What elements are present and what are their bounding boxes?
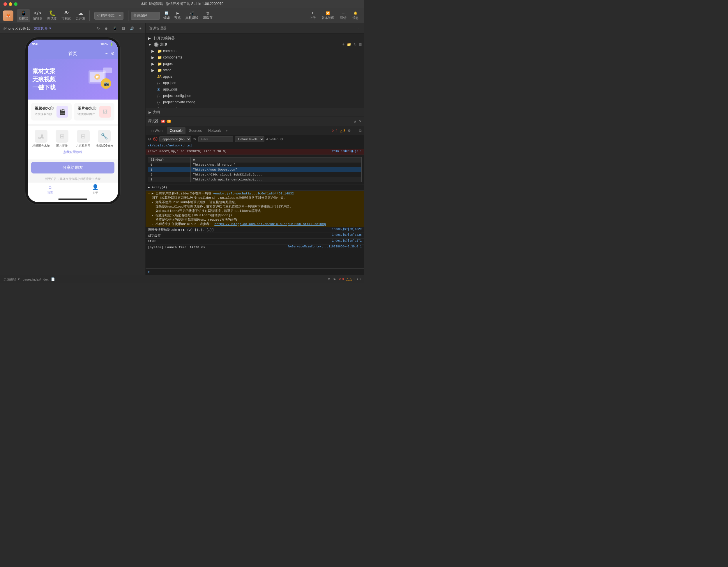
sitemap-file[interactable]: {} sitemap.json: [146, 105, 364, 108]
minimize-button[interactable]: [9, 2, 12, 6]
real-debug-btn[interactable]: 📲 真机调试: [185, 11, 198, 20]
components-folder[interactable]: ▶ 📁 components: [146, 54, 364, 61]
add-file-icon[interactable]: +: [342, 43, 344, 47]
tool-item-md5[interactable]: 🔧 视频MD5修改: [94, 130, 114, 148]
console-true-right[interactable]: index.js?[sm]:271: [332, 239, 362, 243]
mode-dropdown[interactable]: 小程序模式 ▼: [94, 12, 123, 20]
tab-home[interactable]: ⌂ 首页: [28, 184, 73, 195]
phone-share-btn[interactable]: 分享给朋友: [31, 162, 114, 174]
window-controls[interactable]: [3, 2, 17, 6]
detail-btn[interactable]: ☰ 详情: [338, 11, 349, 21]
no-entry-icon[interactable]: ⊘: [148, 137, 151, 141]
phone-icon[interactable]: 📱: [113, 27, 117, 31]
refresh-tree-icon[interactable]: ↻: [354, 43, 356, 47]
home-icon[interactable]: ⊙: [111, 51, 114, 56]
tab-network[interactable]: Network: [205, 127, 224, 134]
console-error-right[interactable]: VM16 asdebug.js:1: [332, 150, 362, 153]
debug-button[interactable]: 🐛 调试器: [45, 9, 59, 22]
settings-icon[interactable]: ⚙: [348, 129, 351, 133]
components-chevron-icon: ▶: [151, 55, 156, 60]
compile-dropdown[interactable]: 普通编译: [131, 12, 160, 20]
clear-cache-text: 清缓存: [203, 15, 213, 20]
devtools-collapse-icon[interactable]: ∧: [354, 119, 356, 123]
close-button[interactable]: [3, 2, 7, 6]
devtools-panel: 调试器 4 3 ∧ ✕ ◻ Wxml Console Sources: [146, 116, 364, 275]
tab-wxml[interactable]: ◻ Wxml: [148, 127, 166, 134]
maximize-button[interactable]: [14, 2, 17, 6]
console-url-text[interactable]: rk/ability/network.html: [148, 144, 192, 147]
collapse-all-icon[interactable]: ⊟: [359, 43, 362, 47]
appjs-file[interactable]: JS app.js: [146, 73, 364, 80]
phone-ad-text: 暂无广告，具体指引查看小程序流量主功能: [28, 176, 118, 182]
audio-icon[interactable]: 🔊: [130, 27, 134, 31]
screenshot-icon[interactable]: 🖼: [122, 27, 125, 31]
levels-select[interactable]: Default levels: [235, 136, 264, 142]
appjson-file[interactable]: {} app.json: [146, 80, 364, 86]
compile-btn[interactable]: 🔄 编译: [163, 11, 170, 20]
projectprivate-file[interactable]: {} project.private.config...: [146, 99, 364, 105]
warning-vendor-link[interactable]: vendor.js?t=wechat&s...3c6ef1a8b4450:148…: [213, 192, 294, 195]
feature-card-video[interactable]: 视频去水印 链接提取视频 🎬: [31, 103, 72, 121]
menu-icon[interactable]: ···: [105, 51, 108, 56]
warning-detail-2: - 如果使用uniCloud本地调试服务，请将客户端与主机连接到同一局域网下并重…: [152, 205, 293, 209]
devtools-close-icon[interactable]: ✕: [359, 119, 362, 123]
visual-button[interactable]: 👁 可视化: [60, 9, 73, 22]
refresh-icon[interactable]: ↻: [97, 27, 100, 31]
clear-cache-btn[interactable]: 🗑 清缓存: [203, 11, 213, 20]
tutorial-link[interactable]: 一点我查看教程一: [60, 150, 86, 154]
pages-folder[interactable]: ▶ 📁 pages: [146, 61, 364, 67]
feature-card-image[interactable]: 图片去水印 链接提取图片 🖼: [74, 103, 114, 121]
console-cache-right[interactable]: index.js?[sm]:335: [332, 234, 362, 237]
console-launch-right[interactable]: WAServiceMainContext...11073865&v=2.30.0…: [288, 245, 362, 248]
table-row-3[interactable]: 3 "https://tcb-api.tencentcloudapi....: [148, 177, 362, 182]
table-row-1[interactable]: 1 "https://www.5oops.com": [148, 167, 362, 172]
clear-console-icon[interactable]: 🚫: [153, 137, 158, 141]
table-row-0[interactable]: 0 "https://mp.jd-yun.cn": [148, 163, 362, 167]
console-tokrn-right[interactable]: index.js?[sm]:329: [332, 228, 362, 231]
tool-item-album[interactable]: 🏞 相册图去水印: [31, 130, 51, 148]
hot-reload-label[interactable]: 热重载 开 ▼: [34, 26, 52, 31]
upload-btn[interactable]: ⬆ 上传: [307, 11, 318, 21]
fm-more-icon[interactable]: ···: [358, 27, 361, 31]
projectconfig-file[interactable]: {} project.config.json: [146, 93, 364, 99]
appwxss-file[interactable]: S app.wxss: [146, 86, 364, 93]
console-row-array[interactable]: ▶ Array(4): [146, 185, 364, 191]
eye-bottom-icon[interactable]: 👁: [333, 278, 336, 281]
root-folder[interactable]: ▼ 🔘 水印 + 📁 ↻ ⊟: [146, 41, 364, 48]
outline-section[interactable]: ▶ 大纲: [146, 108, 364, 116]
new-window-icon[interactable]: ⧉: [359, 129, 362, 133]
version-btn[interactable]: 🔀 版本管理: [319, 11, 337, 21]
folder-chevron-icon: ▼: [148, 43, 153, 47]
preview-btn[interactable]: ▶ 预览: [174, 11, 181, 20]
editor-button[interactable]: </> 编辑器: [31, 9, 44, 22]
ad-text: 暂无广告，具体指引查看小程序流量主功能: [45, 177, 100, 181]
filter-input[interactable]: [198, 136, 233, 142]
message-btn[interactable]: 🔔 消息: [350, 11, 361, 21]
levels-settings-icon[interactable]: ⚙: [280, 137, 283, 141]
record-icon[interactable]: ⏺: [105, 27, 108, 31]
page-path-label[interactable]: 页面路径 ▼: [3, 277, 20, 282]
warning-url-link[interactable]: https://uniapp.dcloud.net.cn/uniCloud/pu…: [214, 223, 326, 226]
main-toolbar: 🦊 📱 模拟器 </> 编辑器 🐛 调试器 👁 可视化 ☁ 云开发 小程序模式 …: [0, 8, 364, 23]
eye-icon[interactable]: 👁: [193, 137, 197, 141]
open-editors-section[interactable]: ▶ 打开的编辑器: [146, 35, 364, 41]
tool-item-collage[interactable]: ⊞ 图片拼接: [52, 130, 72, 148]
tool-item-grid[interactable]: ⊟ 九宫格切图: [73, 130, 93, 148]
context-select[interactable]: appservice (#2): [159, 136, 191, 142]
common-folder[interactable]: ▶ 📁 common: [146, 48, 364, 54]
avatar[interactable]: 🦊: [3, 10, 13, 21]
more-tabs-icon[interactable]: »: [226, 129, 228, 133]
cloud-button[interactable]: ☁ 云开发: [74, 9, 87, 22]
status-bar: 9:31 100% 🔋: [28, 40, 118, 48]
cursor-icon[interactable]: ✦: [139, 27, 142, 31]
settings-bottom-icon[interactable]: ⚙: [328, 278, 331, 281]
static-folder[interactable]: ▶ 📁 static: [146, 67, 364, 73]
device-select[interactable]: iPhone X 85% 16: [3, 27, 31, 31]
tab-about[interactable]: 👤 关于: [73, 184, 118, 195]
tab-console[interactable]: Console: [167, 127, 185, 134]
tab-sources[interactable]: Sources: [186, 127, 205, 134]
add-folder-icon[interactable]: 📁: [347, 43, 351, 47]
more-options-icon[interactable]: ⋮: [353, 129, 357, 133]
sim-button[interactable]: 📱 模拟器: [17, 9, 30, 22]
table-row-2[interactable]: 2 "https://636c-cloud1-8gb83l3u3c2c...: [148, 172, 362, 177]
